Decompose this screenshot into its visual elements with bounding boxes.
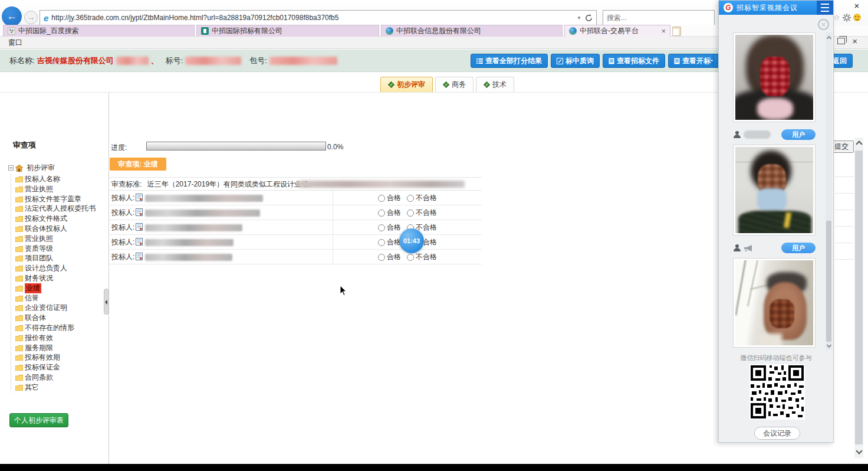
fail-radio-option[interactable]: 不合格: [407, 193, 437, 203]
browser-tab-trade-platform[interactable]: 中招联合-交易平台 ×: [564, 25, 670, 37]
scroll-up-icon[interactable]: [856, 140, 862, 147]
tree-item[interactable]: 设计总负责人: [15, 263, 108, 273]
browser-tab-baidu[interactable]: 中招国际_百度搜索: [3, 25, 195, 37]
pass-radio[interactable]: [378, 210, 385, 217]
pass-radio[interactable]: [378, 224, 385, 231]
redacted-bid-name: [116, 57, 149, 65]
tree-item[interactable]: 营业执照: [15, 184, 108, 194]
close-window-icon[interactable]: ×: [852, 38, 857, 44]
tree-item[interactable]: 联合体: [15, 313, 108, 323]
letterbox-bar: [0, 464, 868, 471]
tree-item[interactable]: 报价有效: [15, 333, 108, 343]
address-bar[interactable]: e ▼: [40, 10, 597, 25]
restore-window-icon[interactable]: [837, 38, 845, 44]
pass-radio[interactable]: [378, 254, 385, 261]
tab-commercial[interactable]: 商务: [435, 77, 474, 92]
gear-icon[interactable]: [843, 14, 851, 22]
view-all-scores-button[interactable]: 查看全部打分结果: [471, 54, 548, 68]
tree-item[interactable]: 法定代表人授权委托书: [9, 204, 107, 214]
scrollbar-thumb[interactable]: [855, 151, 863, 444]
attachment-doc-icon[interactable]: [136, 208, 143, 216]
fail-radio[interactable]: [407, 195, 414, 202]
package-no-label: 包号:: [249, 55, 267, 66]
tree-item[interactable]: 财务状况: [15, 273, 108, 283]
tree-item[interactable]: 投标人名称: [15, 174, 108, 184]
folder-icon: [15, 375, 23, 381]
attachment-doc-icon[interactable]: [136, 238, 143, 246]
meeting-minutes-button[interactable]: 会议记录: [754, 427, 800, 440]
fail-radio[interactable]: [407, 210, 414, 217]
tree-item[interactable]: 投标文件格式: [15, 214, 108, 224]
tree-item[interactable]: 联合体投标人: [15, 224, 108, 234]
pass-radio-option[interactable]: 合格: [378, 223, 401, 233]
fail-radio-option[interactable]: 不合格: [407, 252, 437, 262]
participant-row-2: 用户: [733, 241, 816, 254]
attachment-doc-icon[interactable]: [136, 253, 143, 260]
review-main-area: 进度: 0.0% 审查项: 业绩 审查标准: 近三年（2017-2019年）有同…: [110, 93, 718, 464]
panel-close-icon[interactable]: ×: [818, 19, 829, 30]
scroll-down-icon[interactable]: [826, 343, 831, 348]
personal-review-form-button[interactable]: 个人初步评审表: [9, 413, 68, 427]
pass-radio-option[interactable]: 合格: [378, 193, 401, 203]
tree-item[interactable]: 营业执照: [15, 234, 108, 244]
attachment-doc-icon[interactable]: [136, 223, 143, 231]
tab-technical[interactable]: 技术: [476, 77, 514, 92]
pass-radio-option[interactable]: 合格: [378, 252, 401, 262]
forward-button[interactable]: →: [24, 11, 38, 24]
hamburger-menu-icon[interactable]: [817, 1, 833, 15]
attachment-doc-icon[interactable]: [136, 194, 143, 201]
scroll-up-icon[interactable]: [826, 36, 831, 41]
pass-radio-option[interactable]: 合格: [378, 208, 401, 218]
feedback-smiley-icon[interactable]: [853, 14, 861, 21]
ie-icon: e: [44, 13, 48, 23]
tree-item[interactable]: 企业资信证明: [15, 303, 108, 313]
bid-inquiry-button[interactable]: 标中质询: [551, 54, 600, 68]
countdown-timer-bubble: 01:43: [399, 228, 424, 253]
tree-item[interactable]: 合同条款: [15, 372, 108, 382]
tab-preliminary-review[interactable]: 初步评审: [380, 77, 433, 92]
scrollbar-thumb[interactable]: [826, 221, 831, 342]
separator: 、: [151, 55, 159, 66]
scroll-down-icon[interactable]: [856, 447, 862, 454]
tree-item[interactable]: 不得存在的情形: [15, 323, 108, 333]
sidebar-collapse-handle[interactable]: [104, 289, 109, 315]
browser-tab-zhongzhao-info[interactable]: 中招联合信息股份有限公司: [381, 25, 563, 37]
tree-item[interactable]: 服务期限: [15, 343, 108, 353]
search-box[interactable]: [603, 10, 715, 25]
fail-radio-option[interactable]: 不合格: [407, 208, 437, 218]
pass-radio-option[interactable]: 合格: [378, 237, 401, 247]
tree-item[interactable]: 投标保证金: [15, 362, 108, 372]
browser-close-icon[interactable]: ×: [851, 1, 863, 11]
tree-item[interactable]: 项目团队: [15, 253, 108, 263]
new-tab-button[interactable]: [672, 27, 681, 36]
tree-item[interactable]: 其它: [15, 382, 108, 392]
fail-radio[interactable]: [407, 254, 414, 261]
chevron-down-icon[interactable]: ▼: [577, 15, 581, 21]
tree-root-preliminary-review[interactable]: 初步评审: [8, 163, 108, 173]
tree-item[interactable]: 投标有效期: [15, 352, 108, 362]
pass-radio[interactable]: [378, 239, 385, 246]
close-tab-icon[interactable]: ×: [661, 27, 666, 35]
pass-radio[interactable]: [378, 195, 385, 202]
panel-scrollbar[interactable]: [826, 32, 832, 350]
tree-item[interactable]: 资质等级: [15, 244, 108, 254]
tree-item[interactable]: 信誉: [15, 293, 108, 303]
review-item-button[interactable]: 审查项: 业绩: [110, 158, 166, 171]
user-role-badge[interactable]: 用户: [781, 129, 816, 140]
refresh-icon[interactable]: [585, 14, 593, 22]
page-scrollbar[interactable]: [854, 138, 863, 458]
browser-tab-zhongzhao-intl[interactable]: 中招国际招标有限公司: [196, 25, 379, 37]
user-role-badge[interactable]: 用户: [781, 243, 816, 253]
search-input[interactable]: [603, 11, 714, 25]
collapse-icon[interactable]: [8, 165, 14, 171]
video-panel-header[interactable]: G 招标智采视频会议: [719, 1, 833, 15]
view-tender-doc-button[interactable]: 查看招标文件: [603, 54, 665, 68]
tree-item[interactable]: 投标文件签字盖章: [15, 194, 108, 204]
back-button[interactable]: ←: [2, 6, 22, 27]
tree-item-selected[interactable]: 业绩: [15, 283, 108, 293]
bid-name-label: 标名称:: [9, 55, 35, 66]
favorites-star-icon[interactable]: ☆: [833, 13, 840, 22]
conference-logo-icon: G: [724, 3, 733, 12]
criteria-text: 近三年（2017-2019年）有同类或类似工程设计业绩。: [147, 180, 315, 188]
url-input[interactable]: [51, 14, 573, 22]
